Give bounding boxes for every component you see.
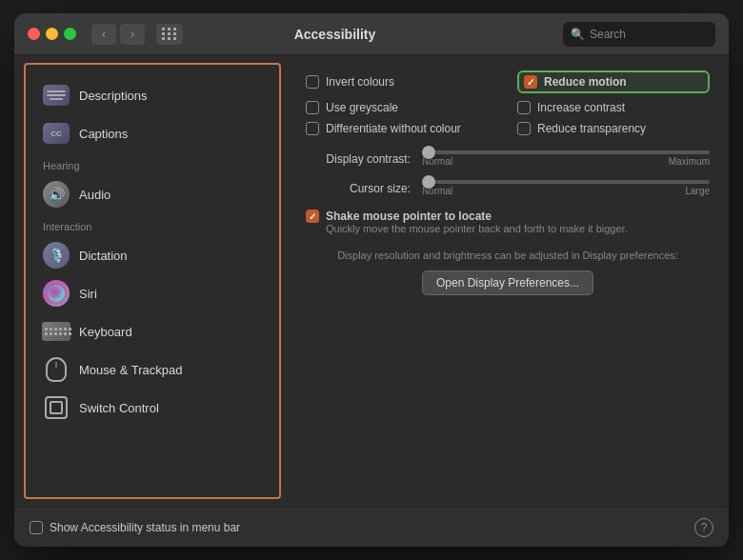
forward-button[interactable]: ›: [120, 24, 145, 45]
sidebar-item-dictation[interactable]: 🎙️ Dictation: [33, 236, 271, 274]
nav-buttons: ‹ ›: [91, 24, 145, 45]
differentiate-without-colour-row[interactable]: Differentiate without colour: [306, 122, 498, 135]
show-accessibility-checkbox[interactable]: [30, 521, 43, 534]
main-window: ‹ › Accessibility 🔍: [14, 13, 729, 547]
search-input[interactable]: [590, 28, 708, 41]
shake-mouse-checkbox[interactable]: [306, 210, 319, 223]
display-contrast-row: Display contrast: Normal Maximum: [306, 150, 710, 167]
display-contrast-track: [422, 150, 710, 154]
main-content: Descriptions CC Captions Hearing 🔊 Audio…: [14, 55, 729, 507]
use-greyscale-label: Use greyscale: [326, 101, 398, 114]
use-greyscale-checkbox[interactable]: [306, 101, 319, 114]
keyboard-icon: [43, 318, 70, 345]
reduce-motion-wrapper: Reduce motion: [517, 70, 710, 93]
reduce-transparency-label: Reduce transparency: [537, 122, 646, 135]
traffic-lights: [28, 28, 76, 40]
show-accessibility-label: Show Accessibility status in menu bar: [50, 521, 240, 534]
sidebar-label-mouse-trackpad: Mouse & Trackpad: [79, 363, 182, 377]
sidebar-label-descriptions: Descriptions: [79, 89, 148, 103]
reduce-transparency-row[interactable]: Reduce transparency: [517, 122, 710, 135]
grid-icon: [162, 28, 177, 40]
display-contrast-label: Display contrast:: [306, 152, 411, 166]
sidebar-item-mouse-trackpad[interactable]: Mouse & Trackpad: [33, 350, 271, 389]
close-button[interactable]: [28, 28, 40, 40]
mouse-icon: [43, 356, 70, 383]
search-icon: 🔍: [571, 28, 585, 41]
sidebar-label-siri: Siri: [79, 287, 97, 301]
section-hearing: Hearing: [33, 152, 271, 175]
differentiate-without-colour-checkbox[interactable]: [306, 122, 319, 135]
sidebar-label-dictation: Dictation: [79, 249, 128, 263]
dictation-icon: 🎙️: [43, 242, 70, 269]
captions-icon: CC: [43, 120, 70, 147]
invert-colours-checkbox[interactable]: [306, 75, 319, 89]
invert-colours-row[interactable]: Invert colours: [306, 70, 498, 93]
display-message: Display resolution and brightness can be…: [306, 250, 710, 261]
descriptions-icon: [43, 82, 70, 109]
shake-mouse-description: Quickly move the mouse pointer back and …: [326, 223, 628, 234]
section-interaction: Interaction: [33, 213, 271, 236]
sidebar-item-descriptions[interactable]: Descriptions: [33, 76, 271, 114]
show-accessibility-row: Show Accessibility status in menu bar: [30, 521, 240, 534]
search-box[interactable]: 🔍: [563, 22, 715, 47]
display-contrast-thumb[interactable]: [422, 146, 435, 159]
help-button[interactable]: ?: [694, 518, 713, 537]
bottom-bar: Show Accessibility status in menu bar ?: [14, 507, 729, 547]
differentiate-without-colour-label: Differentiate without colour: [326, 122, 461, 135]
open-display-preferences-button[interactable]: Open Display Preferences...: [422, 270, 593, 295]
increase-contrast-checkbox[interactable]: [517, 101, 531, 114]
sidebar-item-captions[interactable]: CC Captions: [33, 114, 271, 152]
cursor-size-section: Cursor size: Normal Large: [306, 180, 710, 196]
use-greyscale-row[interactable]: Use greyscale: [306, 101, 498, 114]
sidebar-label-keyboard: Keyboard: [79, 325, 132, 339]
back-button[interactable]: ‹: [91, 24, 116, 45]
right-panel: Invert colours Reduce motion Use greysca…: [287, 55, 729, 507]
cursor-size-minmax: Normal Large: [422, 186, 710, 196]
sidebar-item-audio[interactable]: 🔊 Audio: [33, 175, 271, 213]
grid-button[interactable]: [156, 24, 183, 45]
audio-icon: 🔊: [43, 181, 70, 208]
sidebar-label-audio: Audio: [79, 188, 110, 202]
shake-mouse-text: Shake mouse pointer to locate Quickly mo…: [326, 210, 628, 234]
cursor-size-label: Cursor size:: [306, 182, 411, 195]
reduce-motion-label: Reduce motion: [544, 75, 627, 89]
minimize-button[interactable]: [46, 28, 58, 40]
titlebar: ‹ › Accessibility 🔍: [14, 13, 729, 55]
reduce-motion-checkbox[interactable]: [524, 75, 537, 89]
sidebar-item-keyboard[interactable]: Keyboard: [33, 312, 271, 350]
siri-icon: [43, 280, 70, 307]
sidebar-item-siri[interactable]: Siri: [33, 274, 271, 312]
switch-control-icon: [43, 394, 70, 421]
options-grid: Invert colours Reduce motion Use greysca…: [306, 70, 710, 135]
invert-colours-label: Invert colours: [326, 75, 394, 89]
cursor-size-row: Cursor size: Normal Large: [306, 180, 710, 196]
window-title: Accessibility: [191, 27, 479, 42]
sidebar-label-switch-control: Switch Control: [79, 401, 159, 415]
cursor-size-track: [422, 180, 710, 184]
reduce-transparency-checkbox[interactable]: [517, 122, 531, 135]
increase-contrast-row[interactable]: Increase contrast: [517, 101, 710, 114]
shake-mouse-label: Shake mouse pointer to locate: [326, 210, 628, 223]
cursor-size-max: Large: [685, 186, 710, 196]
display-contrast-section: Display contrast: Normal Maximum: [306, 150, 710, 167]
sidebar-label-captions: Captions: [79, 127, 128, 141]
display-contrast-minmax: Normal Maximum: [422, 156, 710, 167]
display-contrast-max: Maximum: [669, 156, 710, 167]
shake-mouse-row: Shake mouse pointer to locate Quickly mo…: [306, 210, 710, 234]
svg-point-0: [48, 285, 65, 302]
increase-contrast-label: Increase contrast: [537, 101, 625, 114]
display-contrast-slider[interactable]: Normal Maximum: [422, 150, 710, 167]
sidebar-item-switch-control[interactable]: Switch Control: [33, 389, 271, 427]
maximize-button[interactable]: [64, 28, 76, 40]
cursor-size-slider[interactable]: Normal Large: [422, 180, 710, 196]
sidebar: Descriptions CC Captions Hearing 🔊 Audio…: [24, 63, 281, 499]
cursor-size-thumb[interactable]: [422, 175, 435, 189]
